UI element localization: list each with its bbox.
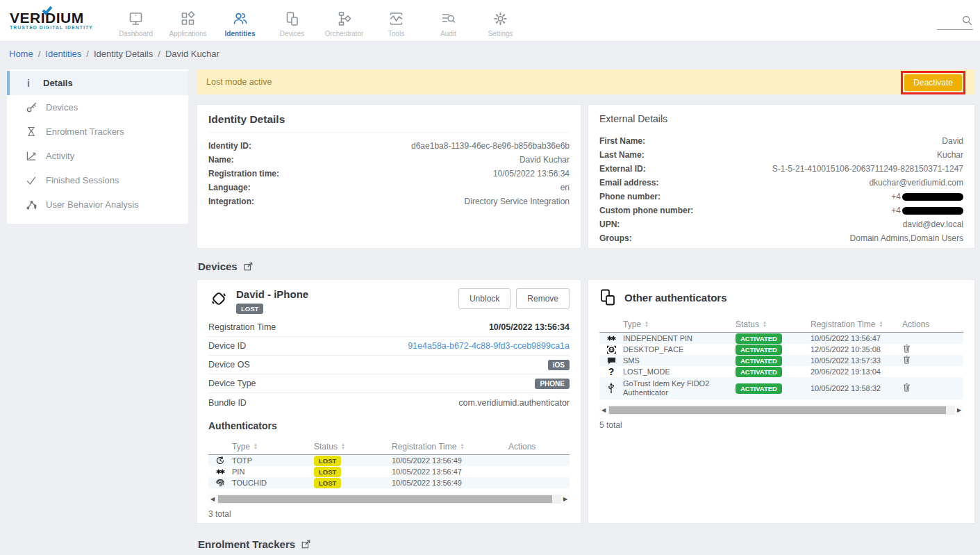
activity-chart-icon: [25, 150, 38, 163]
breadcrumb: Home / Identities / Identity Details / D…: [9, 49, 219, 59]
scrollbar-track[interactable]: [608, 406, 955, 415]
field-value: d6ae1ba8-1139-46ec-8e96-b856bab36e6b: [411, 141, 570, 151]
identity-details-panel: Identity Details Identity ID:d6ae1ba8-11…: [197, 104, 581, 249]
column-type[interactable]: Type▲▼: [232, 442, 314, 452]
sort-icon: ▲▼: [460, 443, 464, 450]
scroll-left-arrow[interactable]: ◀: [599, 407, 608, 413]
sidebar-item-label: User Behavior Analysis: [46, 199, 139, 210]
status-badge: ACTIVATED: [736, 345, 782, 355]
unblock-button[interactable]: Unblock: [458, 288, 510, 309]
identity-row: Integration:Directory Service Integratio…: [208, 194, 570, 208]
field-label: Device Type: [208, 379, 256, 388]
grid-icon: [179, 10, 197, 27]
field-value: com.veridiumid.authenticator: [458, 398, 570, 408]
breadcrumb-separator: /: [158, 49, 160, 59]
pulse-icon: [388, 10, 405, 27]
nav-label: Dashboard: [119, 30, 153, 38]
nav-tools[interactable]: Tools: [370, 4, 422, 38]
column-registration-time[interactable]: Registration Time▲▼: [811, 320, 902, 329]
nav-dashboard[interactable]: Dashboard: [110, 4, 162, 38]
banner-message: Lost mode active: [197, 77, 272, 87]
nav-label: Applications: [169, 30, 207, 38]
field-label: Device ID: [208, 341, 246, 351]
other-auth-row: ? LOST_MODE ACTIVATED 20/06/2022 19:13:0…: [599, 366, 963, 377]
enrolment-trackers-title: Enrolment Trackers: [198, 538, 295, 550]
scrollbar-thumb[interactable]: [609, 406, 946, 414]
status-badge: ACTIVATED: [736, 383, 782, 394]
nav-label: Devices: [280, 30, 305, 38]
horizontal-scrollbar: ◀ ▶: [208, 494, 570, 504]
logo-tagline: TRUSTED DIGITAL IDENTITY: [10, 25, 104, 30]
column-actions: Actions: [508, 442, 570, 452]
column-type[interactable]: Type▲▼: [623, 320, 736, 329]
column-status[interactable]: Status▲▼: [314, 442, 392, 452]
global-search[interactable]: [937, 14, 973, 30]
external-row: Custom phone number:+4: [599, 204, 963, 217]
sidebar-item-label: Enrolment Trackers: [46, 126, 124, 137]
device-field-row: Device ID 91e4a58a-b672-4c88-9fd3-cceb98…: [208, 337, 570, 356]
primary-nav: Dashboard Applications Identities Device…: [110, 4, 526, 38]
scroll-right-arrow[interactable]: ▶: [561, 496, 570, 502]
field-label: Email address:: [599, 178, 658, 188]
delete-authenticator-button[interactable]: [902, 383, 911, 392]
auth-type: INDEPENDENT PIN: [623, 334, 736, 342]
sidebar-item-label: Activity: [46, 151, 74, 161]
auth-type: SMS: [623, 356, 736, 365]
nav-orchestrator[interactable]: Orchestrator: [318, 4, 370, 38]
sort-icon: ▲▼: [341, 443, 345, 450]
nav-settings[interactable]: Settings: [474, 4, 526, 38]
column-status[interactable]: Status▲▼: [736, 320, 811, 329]
auth-time: 10/05/2022 13:58:32: [811, 384, 902, 392]
field-label: Device OS: [208, 360, 250, 370]
sort-icon: ▲▼: [645, 321, 649, 328]
breadcrumb-current-user: David Kuchar: [165, 49, 219, 59]
sidebar-item-label: Finished Sessions: [46, 175, 119, 185]
identity-sidebar: i Details Devices Enrolment Trackers Act…: [7, 69, 188, 224]
auth-time: 12/05/2022 10:35:08: [811, 345, 902, 354]
external-row: First Name:David: [599, 134, 963, 148]
sidebar-item-details[interactable]: i Details: [7, 71, 188, 95]
top-navigation-bar: VERIDIUM TRUSTED DIGITAL IDENTITY Dashbo…: [0, 0, 980, 42]
sidebar-item-finished-sessions[interactable]: Finished Sessions: [7, 168, 188, 192]
remove-button[interactable]: Remove: [516, 288, 570, 309]
device-field-row: Device Type PHONE: [208, 374, 570, 393]
scroll-left-arrow[interactable]: ◀: [208, 496, 217, 502]
scrollbar-thumb[interactable]: [218, 495, 552, 503]
devices-icon: [283, 10, 301, 27]
other-auth-table-header: Type▲▼ Status▲▼ Registration Time▲▼ Acti…: [599, 316, 963, 333]
other-devices-icon: [599, 288, 617, 306]
breadcrumb-identities[interactable]: Identities: [45, 49, 81, 59]
scroll-right-arrow[interactable]: ▶: [955, 407, 963, 413]
field-value: 10/05/2022 13:56:34: [489, 322, 570, 332]
veridium-logo[interactable]: VERIDIUM TRUSTED DIGITAL IDENTITY: [0, 11, 104, 30]
breadcrumb-identity-details: Identity Details: [94, 49, 153, 59]
sidebar-item-user-behavior-analysis[interactable]: User Behavior Analysis: [7, 192, 188, 217]
auth-type: GoTrust Idem Key FIDO2 Authenticator: [623, 377, 736, 399]
auth-type: LOST_MODE: [623, 367, 736, 376]
sidebar-item-devices[interactable]: Devices: [7, 95, 188, 119]
external-link-icon[interactable]: [243, 261, 254, 272]
nav-audit[interactable]: Audit: [422, 4, 474, 38]
column-registration-time[interactable]: Registration Time▲▼: [392, 442, 508, 452]
deactivate-button[interactable]: Deactivate: [904, 74, 962, 91]
nav-applications[interactable]: Applications: [162, 4, 214, 38]
nav-identities[interactable]: Identities: [214, 4, 266, 38]
people-icon: [231, 10, 249, 27]
delete-authenticator-button[interactable]: [902, 355, 911, 365]
sidebar-item-activity[interactable]: Activity: [7, 144, 188, 168]
scrollbar-track[interactable]: [217, 495, 561, 504]
nav-label: Audit: [440, 30, 456, 38]
sidebar-item-enrolment-trackers[interactable]: Enrolment Trackers: [7, 119, 188, 144]
nav-devices[interactable]: Devices: [266, 4, 318, 38]
key-icon: [25, 101, 38, 114]
external-row: Last Name:Kuchar: [599, 148, 963, 162]
breadcrumb-home[interactable]: Home: [9, 49, 33, 59]
search-icon: [961, 14, 973, 26]
external-link-icon[interactable]: [301, 539, 311, 549]
authenticator-row: TOUCHID LOST 10/05/2022 13:56:49: [208, 477, 570, 488]
field-value: 10/05/2022 13:56:34: [493, 169, 570, 179]
status-badge: ACTIVATED: [736, 367, 782, 377]
device-id-link[interactable]: 91e4a58a-b672-4c88-9fd3-cceb9899ca1a: [408, 341, 570, 351]
device-type-badge: PHONE: [535, 379, 570, 389]
delete-authenticator-button[interactable]: [902, 344, 911, 354]
